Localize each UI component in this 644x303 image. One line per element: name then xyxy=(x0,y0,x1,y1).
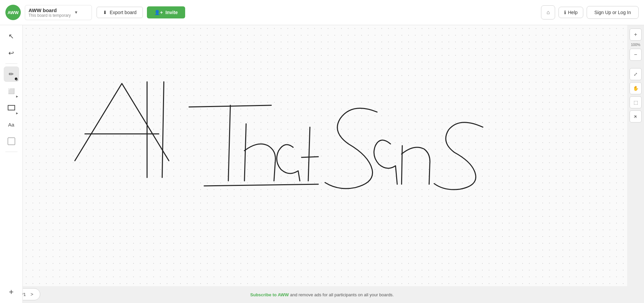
fullscreen-icon: ⤢ xyxy=(634,71,638,77)
bottom-bar: < 1/1 > Subscribe to AWW and remove ads … xyxy=(0,286,644,303)
zoom-in-button[interactable]: + xyxy=(630,29,642,41)
fullscreen-button[interactable]: ⤢ xyxy=(630,68,642,80)
board-title-button[interactable]: AWW board This board is temporary ▼ xyxy=(25,5,92,20)
undo-tool[interactable]: ↩ xyxy=(4,45,19,61)
help-label: Help xyxy=(568,10,578,15)
right-toolbar: + 100% − ⤢ ✋ ⬚ ✈ xyxy=(627,25,644,126)
toolbar-divider-1 xyxy=(5,63,17,64)
footer-subscribe: Subscribe to AWW and remove ads for all … xyxy=(250,292,394,297)
info-icon: ℹ xyxy=(564,10,566,15)
toolbar-divider-2 xyxy=(5,152,17,152)
logo-text: AWW xyxy=(7,10,18,15)
canvas-area[interactable] xyxy=(23,25,627,286)
undo-icon: ↩ xyxy=(8,49,14,57)
dropdown-icon: ▼ xyxy=(74,10,78,15)
home-button[interactable]: ⌂ xyxy=(541,5,555,19)
invite-icon: 👤+ xyxy=(154,10,163,15)
signup-button[interactable]: Sign Up or Log In xyxy=(587,6,639,19)
left-toolbar: ↖ ↩ ✏ ▶ ⬜ ▶ ▶ Aa + xyxy=(0,25,23,303)
lasso-button[interactable]: ⬚ xyxy=(630,96,642,108)
pen-icon: ✏ xyxy=(9,70,14,78)
add-tool[interactable]: + xyxy=(4,284,19,300)
total-pages: 1 xyxy=(23,292,26,297)
header: AWW AWW board This board is temporary ▼ … xyxy=(0,0,644,25)
select-icon: ↖ xyxy=(8,32,14,40)
board-name: AWW board xyxy=(29,7,71,13)
export-label: Export board xyxy=(110,10,137,15)
eraser-tool[interactable]: ⬜ ▶ xyxy=(4,83,19,99)
canvas-drawing xyxy=(23,25,627,286)
note-icon xyxy=(8,138,15,145)
help-button[interactable]: ℹ Help xyxy=(558,7,583,18)
header-right: ⌂ ℹ Help Sign Up or Log In xyxy=(541,5,639,19)
next-icon: > xyxy=(31,292,33,297)
pointer-button[interactable]: ✈ xyxy=(630,110,642,122)
tool-arrow: ▶ xyxy=(16,78,18,81)
note-tool[interactable] xyxy=(4,134,19,149)
add-icon: + xyxy=(9,287,13,297)
zoom-level: 100% xyxy=(631,43,640,47)
signup-label: Sign Up or Log In xyxy=(594,10,631,15)
invite-label: Invite xyxy=(165,10,178,15)
shape-tool[interactable]: ▶ xyxy=(4,100,19,115)
invite-button[interactable]: 👤+ Invite xyxy=(147,6,185,18)
next-page-button[interactable]: > xyxy=(28,290,36,298)
lasso-icon: ⬚ xyxy=(634,100,638,105)
text-tool[interactable]: Aa xyxy=(4,117,19,132)
export-board-button[interactable]: ⬇ Export board xyxy=(97,7,143,18)
tool-arrow-2: ▶ xyxy=(16,95,18,98)
zoom-out-button[interactable]: − xyxy=(630,49,642,61)
select-tool[interactable]: ↖ xyxy=(4,29,19,44)
home-icon: ⌂ xyxy=(546,9,550,15)
pan-icon: ✋ xyxy=(633,86,639,91)
pointer-icon: ✈ xyxy=(632,113,639,120)
text-icon: Aa xyxy=(8,122,14,128)
eraser-icon: ⬜ xyxy=(8,88,15,94)
board-title-text: AWW board This board is temporary xyxy=(29,7,71,18)
subscribe-link[interactable]: Subscribe to AWW xyxy=(250,292,289,297)
zoom-in-icon: + xyxy=(634,32,637,38)
shape-icon xyxy=(8,105,15,110)
pan-button[interactable]: ✋ xyxy=(630,82,642,94)
subscribe-text: and remove ads for all participants on a… xyxy=(289,292,394,297)
board-subtitle: This board is temporary xyxy=(29,13,71,18)
logo: AWW xyxy=(5,5,21,20)
export-icon: ⬇ xyxy=(103,10,107,15)
tool-arrow-3: ▶ xyxy=(16,112,18,115)
pen-tool[interactable]: ✏ ▶ xyxy=(4,66,19,82)
zoom-out-icon: − xyxy=(634,52,637,58)
